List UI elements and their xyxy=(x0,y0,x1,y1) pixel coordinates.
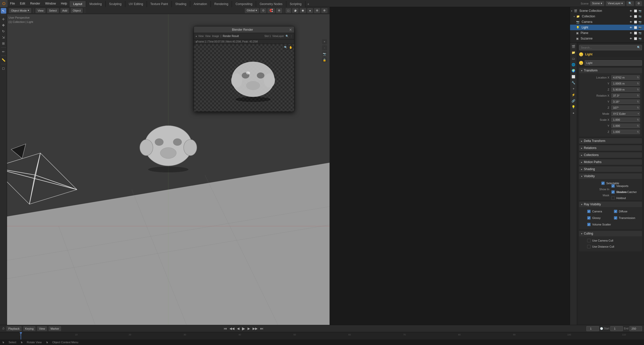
tool-rotate[interactable]: ↻ xyxy=(1,28,6,34)
tab-compositing[interactable]: Compositing xyxy=(232,1,256,7)
render-canvas[interactable]: 🔍 ✋ xyxy=(194,44,294,111)
render-icon-5[interactable]: 📷 xyxy=(638,31,642,35)
timeline-jump-end[interactable]: ⏭ xyxy=(259,327,264,330)
tool-scale[interactable]: ⇲ xyxy=(1,34,6,40)
scale-x-value[interactable]: 1.000 ⇅ xyxy=(611,118,640,122)
scale-z-value[interactable]: 1.000 ⇅ xyxy=(611,130,640,134)
timeline-step-back[interactable]: ◀◀ xyxy=(229,327,235,330)
timeline-step-fwd-next[interactable]: ▶ xyxy=(247,327,251,330)
prop-particles-icon[interactable]: ✦ xyxy=(571,86,576,92)
timeline-end-frame[interactable] xyxy=(629,326,642,331)
tab-modeling[interactable]: Modeling xyxy=(86,1,106,7)
tool-cursor[interactable]: ✛ xyxy=(1,16,6,22)
render-header-image[interactable]: Image xyxy=(212,35,219,37)
object-mode-selector[interactable]: Object Mode ▾ xyxy=(9,8,31,13)
eye-icon-4[interactable]: 👁 xyxy=(629,25,633,29)
glossy-ray-checkbox[interactable] xyxy=(587,216,591,220)
tool-move[interactable]: ✥ xyxy=(1,22,6,28)
location-x-value[interactable]: 4.8762 m ⇅ xyxy=(611,75,640,80)
prop-viewlayer-icon[interactable]: 🗂 xyxy=(571,56,576,61)
prop-modifier-icon[interactable]: 🔧 xyxy=(571,80,576,86)
prop-visibility-header[interactable]: ▾ Visibility xyxy=(579,173,642,179)
prop-transform-header[interactable]: ▾ Transform xyxy=(579,68,642,73)
viewport-icon-5[interactable]: ⬜ xyxy=(633,31,637,35)
timeline-start-frame[interactable] xyxy=(610,326,623,331)
prop-object-name-input[interactable] xyxy=(585,60,642,66)
scale-y-value[interactable]: 1.000 ⇅ xyxy=(611,124,640,128)
viewport-zoom-out[interactable]: - xyxy=(322,45,327,50)
transmission-ray-checkbox[interactable] xyxy=(614,216,617,220)
viewlayer-selector[interactable]: ViewLayer ▾ xyxy=(606,1,625,6)
viewport-zoom-in[interactable]: + xyxy=(322,39,327,44)
viewport-lock-btn[interactable]: 🔒 xyxy=(322,57,327,62)
prop-output-icon[interactable]: 📁 xyxy=(571,50,576,55)
render-more-icon[interactable]: ⋮ xyxy=(290,35,293,37)
outliner-suzanne[interactable]: ▣ Suzanne 👁 ⬜ 📷 xyxy=(570,36,644,41)
viewport-shading-render[interactable]: ● xyxy=(307,8,313,13)
camera-cull-checkbox[interactable] xyxy=(587,239,591,242)
volume-scatter-checkbox[interactable] xyxy=(587,223,591,226)
rotation-y-value[interactable]: 3.16° ⇅ xyxy=(611,99,640,104)
viewport-proportional-btn[interactable]: ⊚ xyxy=(276,8,282,13)
timeline-marker-menu[interactable]: Marker xyxy=(49,326,61,331)
eye-icon-6[interactable]: 👁 xyxy=(629,36,633,41)
camera-ray-checkbox[interactable] xyxy=(587,210,591,213)
diffuse-ray-checkbox[interactable] xyxy=(614,210,617,213)
preferences-btn[interactable]: ⚙ xyxy=(635,1,642,6)
search-everything-btn[interactable]: 🔍 xyxy=(626,1,634,6)
eye-icon[interactable]: 👁 xyxy=(629,9,633,13)
timeline-view-menu[interactable]: View xyxy=(37,326,47,331)
viewport-gizmo-btn[interactable]: ⊕ xyxy=(321,8,328,13)
viewport-icon-3[interactable]: ⬜ xyxy=(633,20,637,24)
tab-rendering[interactable]: Rendering xyxy=(211,1,232,7)
viewport-object-menu[interactable]: Object xyxy=(71,8,83,13)
selectable-checkbox[interactable] xyxy=(601,181,605,185)
render-close-button[interactable]: ✕ xyxy=(289,28,292,32)
tool-add-cube[interactable]: ◻ xyxy=(1,65,6,71)
prop-render-icon[interactable]: 🎬 xyxy=(571,44,576,49)
viewport-shading-mat[interactable]: ◉ xyxy=(300,8,306,13)
add-workspace-tab[interactable]: + xyxy=(305,1,311,7)
menu-edit[interactable]: Edit xyxy=(17,0,28,7)
render-search-icon[interactable]: 🔍 xyxy=(286,35,289,37)
viewport-shading-wire[interactable]: □ xyxy=(286,8,291,13)
render-header-view[interactable]: View xyxy=(198,35,204,37)
distance-cull-checkbox[interactable] xyxy=(587,245,591,248)
viewport-icon-2[interactable]: ⬜ xyxy=(633,14,637,18)
viewport-overlay-btn[interactable]: ⊛ xyxy=(314,8,320,13)
render-hand-btn[interactable]: ✋ xyxy=(289,45,293,50)
viewport-shading-global[interactable]: Global ▾ xyxy=(245,8,259,13)
prop-ray-visibility-header[interactable]: ▾ Ray Visibility xyxy=(579,202,642,207)
viewports-checkbox[interactable] xyxy=(611,184,615,188)
viewport-view-menu[interactable]: View xyxy=(35,8,46,13)
eye-icon-5[interactable]: 👁 xyxy=(629,31,633,35)
timeline-play[interactable]: ▶ xyxy=(241,326,246,331)
rotation-z-value[interactable]: 107° ⇅ xyxy=(611,105,640,110)
render-zoom-btn[interactable]: 🔍 xyxy=(284,45,288,50)
outliner-light[interactable]: 💡 Light 👁 ⬜ 📷 xyxy=(570,25,644,30)
tab-sculpting[interactable]: Sculpting xyxy=(106,1,125,7)
prop-object-icon[interactable]: ⬜ xyxy=(571,74,576,80)
tab-animation[interactable]: Animation xyxy=(190,1,211,7)
prop-motion-paths-header[interactable]: ▸ Motion Paths xyxy=(579,159,642,165)
viewport-snap-btn[interactable]: 🧲 xyxy=(267,8,275,13)
render-header-arrow[interactable]: ◂ xyxy=(195,35,197,37)
tool-transform[interactable]: ⊞ xyxy=(1,41,6,46)
timeline-jump-start[interactable]: ⏮ xyxy=(223,327,228,330)
render-icon-6[interactable]: 📷 xyxy=(638,36,642,41)
menu-window[interactable]: Window xyxy=(43,0,58,7)
viewport-shading-solid[interactable]: ◕ xyxy=(292,8,299,13)
prop-physics-icon[interactable]: ⚡ xyxy=(571,92,576,98)
prop-world-icon[interactable]: 🌍 xyxy=(571,68,576,73)
prop-material-icon[interactable]: ● xyxy=(571,110,576,116)
tool-select[interactable]: ↖ xyxy=(1,8,6,14)
outliner-scene-collection[interactable]: ▾ 🎬 Scene Collection 👁 ⬜ 📷 xyxy=(570,8,644,14)
timeline-keying-menu[interactable]: Keying xyxy=(23,326,36,331)
location-z-value[interactable]: 5.9039 m ⇅ xyxy=(611,87,640,92)
eye-icon-2[interactable]: 👁 xyxy=(629,14,633,18)
render-icon-2[interactable]: 📷 xyxy=(638,14,642,18)
eye-icon-3[interactable]: 👁 xyxy=(629,20,633,24)
render-slot[interactable]: Slot 1 xyxy=(264,35,271,37)
prop-search-input[interactable] xyxy=(579,45,642,50)
viewport-camera-btn[interactable]: 📷 xyxy=(322,51,327,56)
